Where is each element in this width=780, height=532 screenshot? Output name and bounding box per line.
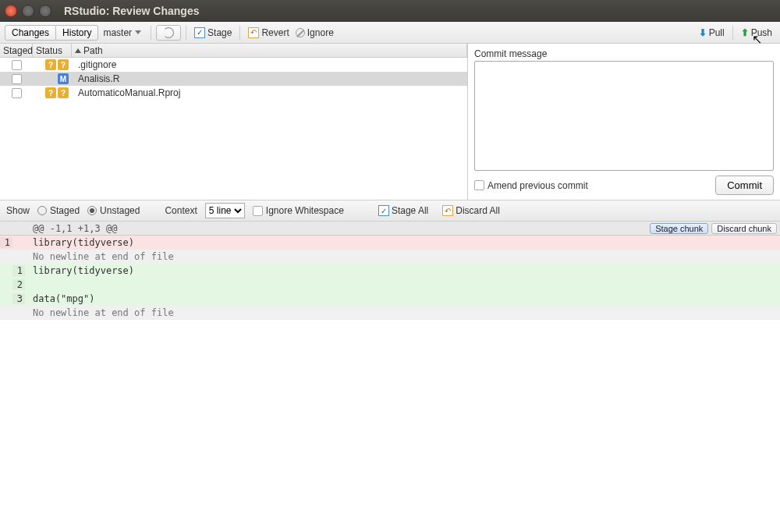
diff-hunk-header: @@ -1,1 +1,3 @@ Stage chunk Discard chun… (0, 222, 780, 236)
history-tab[interactable]: History (56, 25, 98, 41)
file-list-header: Staged Status Path (0, 44, 467, 58)
context-label: Context (165, 205, 197, 216)
diff-toolbar: Show Staged Unstaged Context 5 line Igno… (0, 200, 780, 222)
file-path: Analisis.R (72, 73, 467, 84)
context-select[interactable]: 5 line (205, 203, 245, 218)
stage-checkbox[interactable] (12, 60, 22, 70)
commit-message-input[interactable] (474, 61, 774, 171)
amend-checkbox[interactable]: Amend previous commit (474, 180, 588, 191)
ignore-icon (296, 28, 305, 37)
checkbox-icon (474, 180, 484, 190)
checkbox-icon (253, 206, 263, 216)
branch-dropdown[interactable]: master (98, 27, 146, 38)
diff-line[interactable]: 3data("mpg") (0, 292, 780, 306)
diff-line[interactable]: 1library(tidyverse) (0, 264, 780, 278)
refresh-button[interactable] (156, 25, 181, 41)
window-title: RStudio: Review Changes (64, 5, 199, 17)
show-label: Show (6, 205, 30, 216)
revert-icon: ↶ (442, 205, 453, 216)
col-status[interactable]: Status (33, 44, 72, 57)
diff-view: 1library(tidyverse) No newline at end of… (0, 236, 780, 320)
revert-button[interactable]: ↶ Revert (245, 27, 292, 38)
status-badge: M (58, 73, 69, 84)
status-badge: ? (45, 87, 56, 98)
file-list-panel: Staged Status Path ??.gitignoreMAnalisis… (0, 44, 468, 200)
stage-all-button[interactable]: ✓ Stage All (375, 205, 431, 216)
diff-line[interactable]: 2 (0, 278, 780, 292)
file-path: .gitignore (72, 59, 467, 70)
pull-icon: ⬇ (699, 27, 707, 38)
push-icon: ⬆ (741, 27, 749, 38)
stage-button[interactable]: ✓ Stage (191, 27, 235, 38)
staged-radio[interactable]: Staged (37, 205, 80, 216)
unstaged-radio[interactable]: Unstaged (87, 205, 140, 216)
status-badge: ? (45, 59, 56, 70)
commit-button[interactable]: Commit (715, 176, 774, 195)
branch-name: master (103, 27, 132, 38)
ignore-button[interactable]: Ignore (292, 27, 337, 38)
stage-checkbox[interactable] (12, 74, 22, 84)
main-toolbar: Changes History master ✓ Stage ↶ Revert … (0, 22, 780, 44)
col-path[interactable]: Path (72, 44, 467, 57)
pull-button[interactable]: ⬇ Pull (696, 27, 728, 38)
diff-line[interactable]: 1library(tidyverse) (0, 236, 780, 250)
changes-tab[interactable]: Changes (5, 25, 56, 41)
file-row[interactable]: ??.gitignore (0, 58, 467, 72)
push-button[interactable]: ⬆ Push ↖ (738, 27, 775, 38)
commit-panel: Commit message Amend previous commit Com… (468, 44, 780, 200)
discard-chunk-button[interactable]: Discard chunk (711, 223, 777, 234)
status-badge: ? (58, 59, 69, 70)
window-minimize-button[interactable] (22, 5, 34, 17)
stage-checkbox[interactable] (12, 88, 22, 98)
check-icon: ✓ (378, 205, 389, 216)
window-close-button[interactable] (5, 5, 17, 17)
ignore-whitespace-checkbox[interactable]: Ignore Whitespace (253, 205, 344, 216)
refresh-icon (163, 27, 174, 38)
diff-line[interactable]: No newline at end of file (0, 250, 780, 264)
status-badge: ? (58, 87, 69, 98)
window-maximize-button[interactable] (39, 5, 51, 17)
commit-message-label: Commit message (474, 48, 774, 59)
radio-icon (37, 206, 47, 215)
file-path: AutomaticoManual.Rproj (72, 87, 467, 98)
check-icon: ✓ (194, 27, 205, 38)
revert-icon: ↶ (248, 27, 259, 38)
discard-all-button[interactable]: ↶ Discard All (439, 205, 503, 216)
file-row[interactable]: ??AutomaticoManual.Rproj (0, 86, 467, 100)
radio-checked-icon (87, 206, 97, 215)
col-staged[interactable]: Staged (0, 44, 33, 57)
stage-chunk-button[interactable]: Stage chunk (650, 223, 708, 234)
window-titlebar: RStudio: Review Changes (0, 0, 780, 22)
chevron-down-icon (135, 30, 141, 34)
file-row[interactable]: MAnalisis.R (0, 72, 467, 86)
sort-asc-icon (75, 48, 81, 53)
diff-line[interactable]: No newline at end of file (0, 306, 780, 320)
